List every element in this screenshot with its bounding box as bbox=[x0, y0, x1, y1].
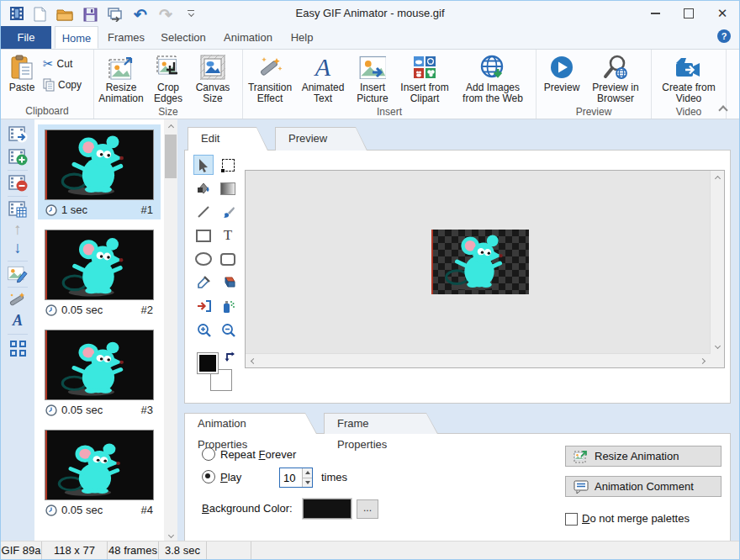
text-tool[interactable]: T bbox=[218, 225, 238, 246]
duplicate-frame-icon[interactable] bbox=[8, 199, 28, 219]
play-label[interactable]: Play bbox=[220, 471, 241, 483]
tab-home[interactable]: Home bbox=[55, 26, 98, 49]
canvas-hscrollbar[interactable] bbox=[246, 353, 711, 367]
tab-frames[interactable]: Frames bbox=[103, 26, 149, 49]
tab-selection[interactable]: Selection bbox=[154, 26, 213, 49]
eraser-tool[interactable] bbox=[218, 272, 238, 293]
crop-edges-button[interactable]: Crop Edges bbox=[146, 51, 190, 106]
frame-list-scrollbar[interactable] bbox=[164, 119, 177, 543]
swap-colors-icon[interactable] bbox=[224, 351, 235, 362]
scroll-up-icon[interactable] bbox=[164, 119, 177, 133]
tool-palette: T bbox=[193, 155, 238, 340]
zoom-out-tool[interactable] bbox=[218, 320, 238, 340]
tab-edit[interactable]: Edit bbox=[188, 127, 268, 151]
select-arrow-tool[interactable] bbox=[193, 155, 214, 175]
status-size: 118 x 77 bbox=[42, 542, 108, 559]
extract-frames-icon[interactable] bbox=[8, 124, 28, 145]
arrange-frames-icon[interactable] bbox=[8, 338, 28, 358]
scroll-left-icon[interactable] bbox=[246, 354, 259, 367]
eyedropper-tool[interactable] bbox=[193, 272, 214, 293]
canvas-size-button[interactable]: Canvas Size bbox=[190, 51, 235, 106]
scroll-down-icon[interactable] bbox=[711, 341, 724, 354]
arrow-in-tool[interactable] bbox=[193, 296, 214, 316]
frame-number: #3 bbox=[141, 404, 153, 416]
canvas-vscrollbar[interactable] bbox=[710, 171, 724, 354]
gradient-tool[interactable] bbox=[218, 178, 238, 198]
add-images-web-button[interactable]: Add Images from the Web bbox=[455, 51, 531, 106]
gif-image[interactable] bbox=[431, 230, 529, 294]
animated-text-button[interactable]: A Animated Text bbox=[295, 51, 351, 106]
add-frame-icon[interactable] bbox=[8, 147, 28, 167]
zoom-in-tool[interactable] bbox=[193, 320, 214, 340]
text-icon[interactable]: A bbox=[8, 310, 28, 330]
play-times-input[interactable] bbox=[280, 468, 302, 487]
scroll-up-icon[interactable] bbox=[711, 171, 724, 184]
cut-button[interactable]: ✂ Cut bbox=[43, 56, 82, 71]
paste-button[interactable]: Paste bbox=[3, 51, 41, 95]
transition-effect-button[interactable]: Transition Effect bbox=[245, 51, 295, 106]
merge-palettes-label[interactable]: Do not merge palettes bbox=[582, 512, 690, 525]
brush-tool[interactable] bbox=[218, 202, 238, 222]
tab-animation[interactable]: Animation bbox=[218, 26, 278, 49]
edit-frame-icon[interactable] bbox=[8, 264, 28, 284]
ribbon-group-insert: Transition Effect A Animated Text Insert… bbox=[243, 50, 536, 119]
ribbon: Paste ✂ Cut Copy Clipboard bbox=[1, 50, 739, 119]
ribbon-group-video: Create from Video Video bbox=[652, 50, 727, 119]
rect-select-tool[interactable] bbox=[218, 155, 238, 175]
maximize-button[interactable] bbox=[672, 1, 706, 26]
scroll-right-icon[interactable] bbox=[697, 354, 711, 367]
frame-thumbnail-3 bbox=[45, 330, 154, 400]
help-icon[interactable]: ? bbox=[717, 29, 731, 43]
insert-clipart-button[interactable]: Insert from Clipart bbox=[394, 51, 455, 106]
spray-can-tool[interactable] bbox=[218, 296, 238, 316]
resize-animation-panel-button[interactable]: Resize Animation bbox=[565, 446, 722, 467]
tab-animation-properties[interactable]: Animation Properties bbox=[184, 413, 317, 434]
fill-bucket-tool[interactable] bbox=[193, 178, 214, 198]
tab-file[interactable]: File bbox=[1, 26, 51, 49]
wand-icon[interactable] bbox=[8, 290, 28, 310]
ribbon-collapse-icon[interactable] bbox=[717, 103, 729, 114]
spin-down-icon[interactable] bbox=[303, 478, 312, 488]
copy-button[interactable]: Copy bbox=[43, 78, 82, 92]
play-radio[interactable] bbox=[202, 470, 215, 483]
rounded-rect-tool[interactable] bbox=[218, 249, 238, 269]
background-color-label: Background Color: bbox=[202, 502, 293, 515]
move-up-icon[interactable]: ↑ bbox=[8, 219, 28, 240]
frame-item-3[interactable]: 0.05 sec #3 bbox=[38, 325, 161, 420]
resize-icon bbox=[574, 450, 589, 463]
frame-item-1[interactable]: 1 sec #1 bbox=[38, 124, 161, 219]
tab-help[interactable]: Help bbox=[283, 26, 320, 49]
group-label-clipboard: Clipboard bbox=[3, 105, 92, 119]
rectangle-tool[interactable] bbox=[193, 225, 214, 246]
spin-up-icon[interactable] bbox=[303, 468, 312, 478]
preview-in-browser-button[interactable]: Preview in Browser bbox=[585, 51, 646, 106]
paste-icon bbox=[10, 53, 34, 82]
line-tool[interactable] bbox=[193, 202, 214, 222]
tab-frame-properties[interactable]: Frame Properties bbox=[324, 413, 438, 434]
background-color-value[interactable] bbox=[303, 499, 352, 519]
ellipse-tool[interactable] bbox=[193, 249, 214, 269]
minimize-button[interactable] bbox=[638, 1, 672, 26]
insert-picture-button[interactable]: Insert Picture bbox=[351, 51, 394, 106]
frame-item-4[interactable]: 0.05 sec #4 bbox=[38, 425, 161, 520]
crop-edges-icon bbox=[156, 53, 181, 82]
frame-toolbar: ↑ ↓ A bbox=[1, 119, 34, 543]
letter-a-icon: A bbox=[315, 53, 330, 82]
foreground-color-swatch[interactable] bbox=[197, 352, 219, 374]
create-from-video-button[interactable]: Create from Video bbox=[657, 51, 721, 106]
animation-comment-button[interactable]: Animation Comment bbox=[565, 476, 722, 497]
delete-frame-icon[interactable] bbox=[8, 173, 28, 193]
frame-item-2[interactable]: 0.05 sec #2 bbox=[38, 225, 161, 320]
close-button[interactable]: ✕ bbox=[706, 1, 739, 26]
scrollbar-thumb[interactable] bbox=[165, 135, 177, 178]
clock-icon bbox=[45, 505, 57, 516]
main-area: ↑ ↓ A 1 sec #1 bbox=[1, 119, 739, 543]
browse-color-button[interactable]: ... bbox=[357, 499, 378, 519]
resize-animation-button[interactable]: Resize Animation bbox=[96, 51, 146, 106]
move-down-icon[interactable]: ↓ bbox=[8, 238, 28, 258]
drawing-canvas[interactable] bbox=[245, 170, 725, 368]
merge-palettes-checkbox[interactable] bbox=[565, 513, 578, 526]
play-icon bbox=[550, 53, 574, 82]
preview-button[interactable]: Preview bbox=[538, 51, 585, 95]
tab-preview[interactable]: Preview bbox=[275, 127, 367, 151]
